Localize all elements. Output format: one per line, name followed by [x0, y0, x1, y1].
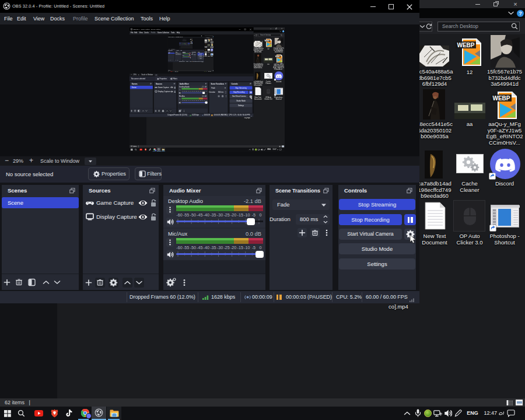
svg-text:-5: -5 — [204, 90, 206, 92]
svg-text:-5: -5 — [204, 100, 206, 101]
svg-text:-50: -50 — [190, 212, 196, 218]
svg-text:-40: -40 — [204, 245, 209, 250]
svg-text:-50: -50 — [190, 245, 196, 250]
svg-text:-20: -20 — [230, 212, 236, 218]
svg-text:-55: -55 — [183, 212, 189, 218]
svg-text:-5: -5 — [252, 245, 256, 250]
svg-text:-25: -25 — [223, 245, 229, 250]
svg-text:-15: -15 — [237, 212, 243, 218]
svg-text:0: 0 — [260, 245, 262, 250]
svg-text:-10: -10 — [244, 212, 250, 218]
svg-text:WEBP: WEBP — [457, 42, 475, 48]
svg-text:WEBP: WEBP — [211, 44, 212, 44]
svg-text:-25: -25 — [223, 212, 229, 218]
svg-text:-10: -10 — [244, 245, 250, 250]
svg-text:WEBP: WEBP — [493, 95, 510, 102]
svg-text:-20: -20 — [230, 245, 236, 250]
svg-text:-55: -55 — [183, 245, 189, 250]
svg-text:-45: -45 — [197, 245, 202, 250]
svg-text:-15: -15 — [237, 245, 243, 250]
svg-text:0: 0 — [260, 212, 262, 218]
svg-text:0: 0 — [206, 90, 207, 92]
svg-text:-40: -40 — [204, 212, 209, 218]
svg-text:WEBP: WEBP — [275, 55, 281, 58]
svg-text:-5: -5 — [252, 212, 256, 218]
svg-text:-30: -30 — [217, 245, 223, 250]
svg-text:WEBP: WEBP — [208, 39, 209, 40]
svg-text:-60: -60 — [176, 245, 182, 250]
svg-text:-30: -30 — [217, 212, 223, 218]
svg-text:-35: -35 — [210, 212, 216, 218]
svg-text:-35: -35 — [210, 245, 216, 250]
svg-text:0: 0 — [206, 100, 207, 101]
svg-text:WEBP: WEBP — [265, 40, 270, 42]
svg-text:-60: -60 — [176, 212, 182, 218]
svg-text:-45: -45 — [197, 212, 202, 218]
